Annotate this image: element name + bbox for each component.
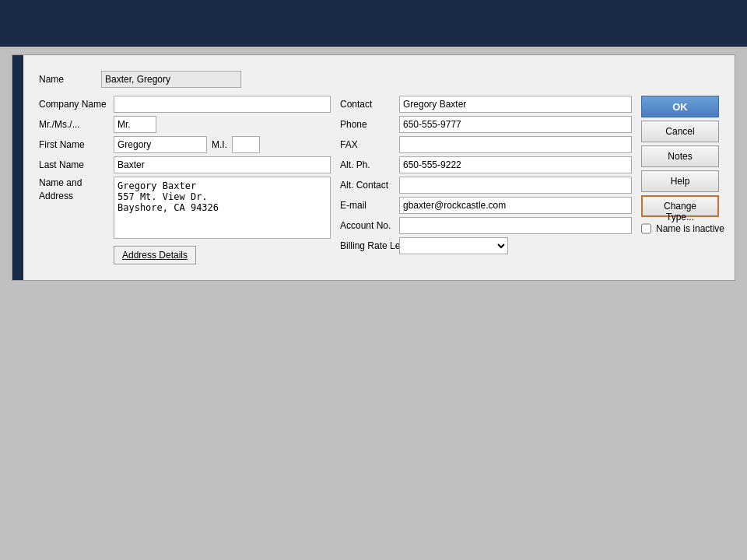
contact-panel: Contact Phone FAX Alt. Ph. Alt. Contact xyxy=(340,96,632,264)
account-no-input[interactable] xyxy=(399,217,632,234)
alt-ph-label: Alt. Ph. xyxy=(340,159,395,170)
billing-rate-label: Billing Rate Level xyxy=(340,240,395,251)
address-details-button[interactable]: Address Details xyxy=(114,246,196,264)
main-content: Company Name Mr./Ms./... First Name xyxy=(39,96,719,264)
action-buttons: OK Cancel Notes Help Change Type... Name… xyxy=(641,96,719,234)
mrms-row: Mr./Ms./... xyxy=(39,116,331,133)
alt-ph-input[interactable] xyxy=(399,156,632,173)
mrms-input-group xyxy=(114,116,331,133)
alt-contact-label: Alt. Contact xyxy=(340,180,395,191)
notes-button[interactable]: Notes xyxy=(641,145,719,167)
mi-label: M.I. xyxy=(212,139,227,150)
company-name-row: Company Name xyxy=(39,96,331,113)
left-form: Company Name Mr./Ms./... First Name xyxy=(39,96,331,264)
first-name-group: M.I. xyxy=(114,136,331,153)
inactive-label: Name is inactive xyxy=(656,223,724,234)
first-name-row: First Name M.I. xyxy=(39,136,331,153)
first-name-input[interactable] xyxy=(114,136,207,153)
form-area: Name Company Name Mr./Ms./... xyxy=(33,65,725,271)
contact-grid: Contact Phone FAX Alt. Ph. Alt. Contact xyxy=(340,96,632,254)
dialog-container: Name Company Name Mr./Ms./... xyxy=(12,54,735,281)
cancel-button[interactable]: Cancel xyxy=(641,121,719,142)
contact-input[interactable] xyxy=(399,96,632,113)
last-name-row: Last Name xyxy=(39,156,331,173)
name-row: Name xyxy=(39,71,719,88)
alt-contact-input[interactable] xyxy=(399,177,632,194)
company-name-input[interactable] xyxy=(114,96,331,113)
first-name-label: First Name xyxy=(39,139,109,150)
top-bar xyxy=(0,0,747,47)
contact-label: Contact xyxy=(340,99,395,110)
phone-label: Phone xyxy=(340,119,395,130)
billing-rate-select[interactable] xyxy=(399,237,508,254)
ok-button[interactable]: OK xyxy=(641,96,719,117)
name-input[interactable] xyxy=(101,71,241,88)
mrms-label: Mr./Ms./... xyxy=(39,119,109,130)
change-type-button[interactable]: Change Type... xyxy=(641,195,719,217)
address-area: Gregory Baxter 557 Mt. View Dr. Bayshore… xyxy=(114,177,331,264)
last-name-label: Last Name xyxy=(39,159,109,170)
inactive-row: Name is inactive xyxy=(641,223,719,234)
help-button[interactable]: Help xyxy=(641,170,719,192)
email-label: E-mail xyxy=(340,200,395,211)
inactive-checkbox[interactable] xyxy=(641,223,651,234)
account-no-label: Account No. xyxy=(340,220,395,231)
mi-input[interactable] xyxy=(232,136,260,153)
address-label: Name and Address xyxy=(39,177,109,203)
name-label: Name xyxy=(39,74,101,85)
address-textarea[interactable]: Gregory Baxter 557 Mt. View Dr. Bayshore… xyxy=(114,177,331,239)
mrms-input[interactable] xyxy=(114,116,156,133)
fax-label: FAX xyxy=(340,139,395,150)
right-section: OK Cancel Notes Help Change Type... Name… xyxy=(641,96,719,264)
email-input[interactable] xyxy=(399,197,632,214)
phone-input[interactable] xyxy=(399,116,632,133)
address-row: Name and Address Gregory Baxter 557 Mt. … xyxy=(39,177,331,264)
company-name-label: Company Name xyxy=(39,99,109,110)
fax-input[interactable] xyxy=(399,136,632,153)
last-name-input[interactable] xyxy=(114,156,331,173)
left-bar xyxy=(12,55,23,280)
